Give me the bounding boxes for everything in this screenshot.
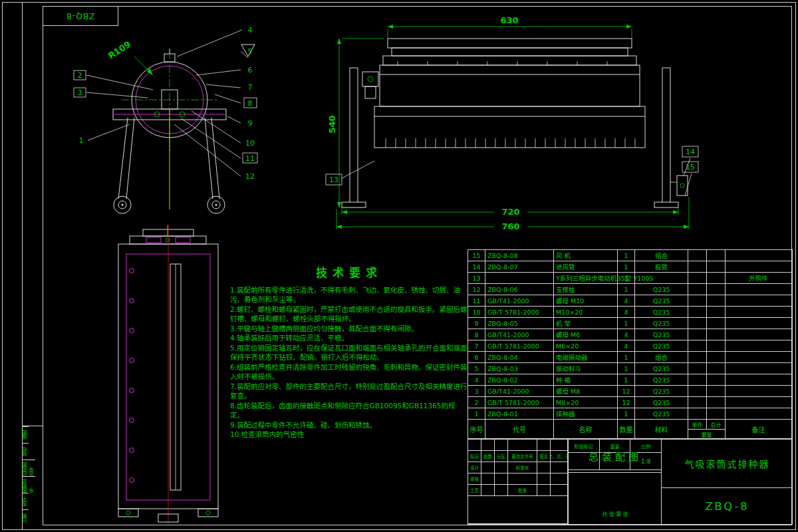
titleblock-cell: 更改文件号 [508, 451, 537, 462]
bom-header-qty: 数量 [618, 420, 635, 440]
bom-cell-name: 风 机 [554, 250, 618, 261]
bom-cell-remark [726, 329, 792, 340]
bom-cell-unit [688, 340, 707, 352]
bom-cell-remark [726, 352, 792, 363]
bom-cell-seq: 15 [468, 250, 485, 261]
bom-cell-seq: 3 [468, 386, 485, 397]
product-name: 气吸滚筒式排种器 [662, 440, 793, 488]
titleblock-cell [551, 485, 568, 496]
title-block-right: 气吸滚筒式排种器 ZBQ-8 [661, 440, 793, 524]
bom-cell-remark [726, 284, 792, 295]
bom-cell-total [707, 363, 726, 374]
binding-margin-table: 描图描校旧底图总号底图总号签字日期 [22, 426, 43, 525]
bom-header-material: 材料 [635, 420, 688, 440]
sheet-count: 共 张 第 张 [569, 503, 662, 524]
part-callout: 11 [245, 154, 255, 163]
tech-requirement-item: 1.装配前所有零件进行清洗，不得有毛刺、飞边、氧化皮、锈蚀、切屑、油污、着色剂和… [230, 285, 468, 305]
bom-cell-qty: 1 [618, 352, 635, 363]
tech-requirement-item: 10.检查滚筒内的气密性 [230, 430, 468, 439]
titleblock-cell [495, 462, 508, 473]
bom-cell-remark [726, 340, 792, 352]
bom-cell-unit [688, 261, 707, 273]
titleblock-cell: 分区 [495, 451, 508, 462]
bom-cell-code: GB/T 5781-2000 [485, 307, 554, 318]
part-callout: 1 [79, 136, 84, 145]
part-callout: 15 [686, 163, 695, 172]
bom-cell-remark [726, 318, 792, 329]
part-callout: 12 [245, 172, 255, 181]
bom-cell-material: Q235 [635, 329, 688, 340]
bom-cell-total [707, 374, 726, 386]
bom-cell-qty: 4 [618, 295, 635, 307]
technical-requirements-list: 1.装配前所有零件进行清洗，不得有毛刺、飞边、氧化皮、锈蚀、切屑、油污、着色剂和… [230, 285, 468, 440]
part-callout: 3 [78, 88, 82, 97]
bom-cell-qty: 1 [618, 273, 635, 284]
title-block-middle: 总装配图 阶段标记 重量 比例 1:8 共 张 第 张 [568, 440, 662, 524]
bom-cell-code: ZBQ-8-03 [485, 363, 554, 374]
bom-cell-remark: 外购件 [726, 273, 792, 284]
bom-cell-name: M8×20 [554, 397, 618, 408]
bom-cell-material: Q235 [635, 307, 688, 318]
bom-cell-unit [688, 386, 707, 397]
side-view-drawing: R109 4 5 6 7 8 9 10 11 12 2 3 1 [47, 10, 273, 229]
bom-cell-seq: 12 [468, 284, 485, 295]
bom-cell-total [707, 386, 726, 397]
part-callout: 7 [248, 83, 253, 92]
titleblock-cell [481, 462, 495, 473]
bom-cell-name: 螺母 M8 [554, 386, 618, 397]
bom-cell-material: Q235 [635, 374, 688, 386]
part-callout: 4 [248, 26, 253, 35]
side-view-geometry [74, 30, 257, 213]
margin-cell: 底图总号 [22, 476, 35, 493]
titleblock-cell [551, 473, 568, 485]
bom-cell-material [635, 273, 688, 284]
bom-cell-code: ZBQ-8-02 [485, 374, 554, 386]
drawing-type: 总装配图 [569, 440, 662, 473]
bom-cell-material: Q235 [635, 363, 688, 374]
bom-cell-remark [726, 386, 792, 397]
bom-cell-qty: 4 [618, 307, 635, 318]
tech-requirement-item: 8.齿轮装配后，齿面的接触斑点和侧隙应符合GB10095和GB11365的规定。 [230, 401, 468, 420]
titleblock-cell: 设计 [468, 462, 481, 473]
tech-requirement-item: 6.组装前严格检查并清除零件加工时残留的锐角、毛刺和异物。保证密封件装入时不被损… [230, 362, 468, 382]
titleblock-cell [537, 440, 551, 451]
bom-header-weight: 单件总计重量 [688, 420, 726, 440]
titleblock-cell: 审核 [468, 473, 481, 485]
bom-header-code: 代号 [485, 420, 554, 440]
bom-cell-seq: 13 [468, 273, 485, 284]
bom-cell-material: Q235 [635, 386, 688, 397]
titleblock-cell [468, 496, 568, 524]
bom-cell-unit [688, 363, 707, 374]
bom-cell-total [707, 318, 726, 329]
bom-cell-seq: 5 [468, 363, 485, 374]
bom-cell-material: Q235 [635, 340, 688, 352]
bom-cell-remark [726, 250, 792, 261]
part-callout: 9 [248, 119, 253, 128]
plan-view-drawing [106, 224, 229, 523]
bom-cell-qty: 1 [618, 284, 635, 295]
front-view-geometry [326, 25, 698, 229]
bom-cell-seq: 8 [468, 329, 485, 340]
bom-cell-material: Q235 [635, 284, 688, 295]
bom-cell-name: M6×20 [554, 340, 618, 352]
bom-cell-qty: 12 [618, 397, 635, 408]
titleblock-cell [495, 473, 508, 485]
technical-requirements-title: 技术要求 [230, 263, 468, 280]
bom-cell-total [707, 261, 726, 273]
bom-cell-total [707, 284, 726, 295]
titleblock-cell [551, 440, 568, 451]
bom-cell-seq: 14 [468, 261, 485, 273]
titleblock-cell: 标记 [468, 451, 481, 462]
bom-cell-seq: 11 [468, 295, 485, 307]
part-callout: 5 [248, 47, 253, 56]
bom-cell-seq: 10 [468, 307, 485, 318]
bom-cell-qty: 1 [618, 408, 635, 420]
bom-cell-seq: 9 [468, 318, 485, 329]
bom-cell-name: 螺母 M6 [554, 329, 618, 340]
margin-cell: 描校 [22, 443, 29, 460]
bom-cell-code: GB/T 5781-2000 [485, 340, 554, 352]
bom-cell-remark [726, 295, 792, 307]
bom-cell-seq: 1 [468, 408, 485, 420]
dimension-630: 630 [500, 15, 518, 25]
bom-cell-unit [688, 318, 707, 329]
